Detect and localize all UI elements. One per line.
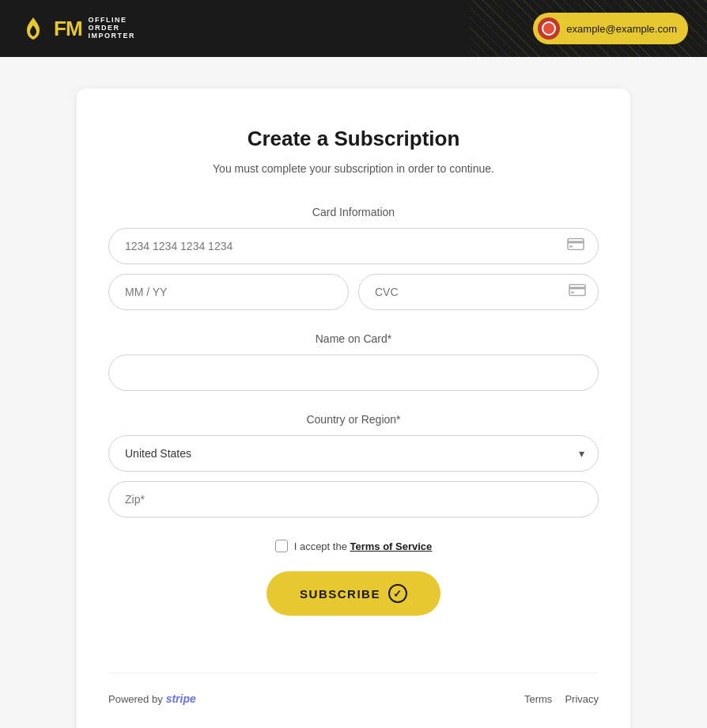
footer-links: Terms Privacy bbox=[524, 693, 599, 705]
check-icon: ✓ bbox=[388, 584, 407, 603]
svg-rect-3 bbox=[569, 285, 585, 296]
card-number-input[interactable] bbox=[108, 228, 599, 264]
card-footer: Powered by stripe Terms Privacy bbox=[108, 673, 599, 705]
footer-terms-link[interactable]: Terms bbox=[524, 693, 552, 705]
cvc-icon bbox=[569, 284, 586, 301]
terms-checkbox[interactable] bbox=[275, 540, 288, 552]
expiry-input[interactable] bbox=[108, 274, 349, 310]
powered-by-text: Powered by bbox=[108, 693, 163, 705]
logo-line3: IMPORTER bbox=[89, 32, 136, 40]
name-label: Name on Card* bbox=[108, 332, 599, 345]
name-section: Name on Card* bbox=[108, 332, 599, 391]
user-badge[interactable]: example@example.com bbox=[533, 13, 688, 44]
expiry-wrapper bbox=[108, 274, 349, 310]
footer-privacy-link[interactable]: Privacy bbox=[565, 693, 599, 705]
country-label: Country or Region* bbox=[108, 413, 599, 426]
svg-rect-5 bbox=[571, 292, 574, 294]
powered-by: Powered by stripe bbox=[108, 692, 196, 705]
card-section-label: Card Information bbox=[108, 206, 599, 218]
logo-tagline: OFFLINE ORDER IMPORTER bbox=[89, 17, 136, 40]
page-title: Create a Subscription bbox=[108, 127, 599, 151]
page-subtitle: You must complete your subscription in o… bbox=[108, 161, 599, 177]
subscribe-button-wrapper: SUBSCRIBE ✓ bbox=[108, 571, 599, 644]
svg-rect-1 bbox=[568, 241, 584, 244]
terms-prefix: I accept the bbox=[294, 540, 350, 552]
terms-row: I accept the Terms of Service bbox=[108, 540, 599, 552]
card-number-icon bbox=[567, 238, 584, 255]
svg-rect-0 bbox=[568, 239, 584, 250]
subscribe-label: SUBSCRIBE bbox=[300, 587, 380, 601]
cvc-input[interactable] bbox=[358, 274, 599, 310]
card-number-wrapper bbox=[108, 228, 599, 264]
terms-label: I accept the Terms of Service bbox=[294, 540, 433, 552]
country-section: Country or Region* United States Canada … bbox=[108, 413, 599, 518]
svg-rect-4 bbox=[569, 287, 585, 290]
svg-rect-2 bbox=[569, 246, 573, 248]
zip-input[interactable] bbox=[108, 481, 599, 518]
avatar bbox=[538, 17, 560, 40]
avatar-inner bbox=[542, 21, 556, 36]
logo-fm-text: FM bbox=[54, 17, 82, 41]
expiry-cvc-row bbox=[108, 274, 599, 310]
zip-wrapper bbox=[108, 481, 599, 518]
name-input[interactable] bbox=[108, 355, 599, 391]
terms-of-service-link[interactable]: Terms of Service bbox=[350, 540, 433, 552]
cvc-wrapper bbox=[358, 274, 599, 310]
header: FM OFFLINE ORDER IMPORTER example@exampl… bbox=[0, 0, 707, 57]
country-select-wrapper: United States Canada United Kingdom Aust… bbox=[108, 435, 599, 472]
logo-area: FM OFFLINE ORDER IMPORTER bbox=[19, 14, 135, 43]
flame-icon bbox=[19, 14, 47, 43]
user-email: example@example.com bbox=[566, 23, 677, 35]
card-info-section: Card Information bbox=[108, 206, 599, 310]
stripe-logo: stripe bbox=[166, 692, 196, 705]
subscription-card: Create a Subscription You must complete … bbox=[77, 89, 630, 728]
subscribe-button[interactable]: SUBSCRIBE ✓ bbox=[267, 571, 440, 616]
main-content: Create a Subscription You must complete … bbox=[0, 57, 707, 728]
country-select[interactable]: United States Canada United Kingdom Aust… bbox=[108, 435, 599, 472]
